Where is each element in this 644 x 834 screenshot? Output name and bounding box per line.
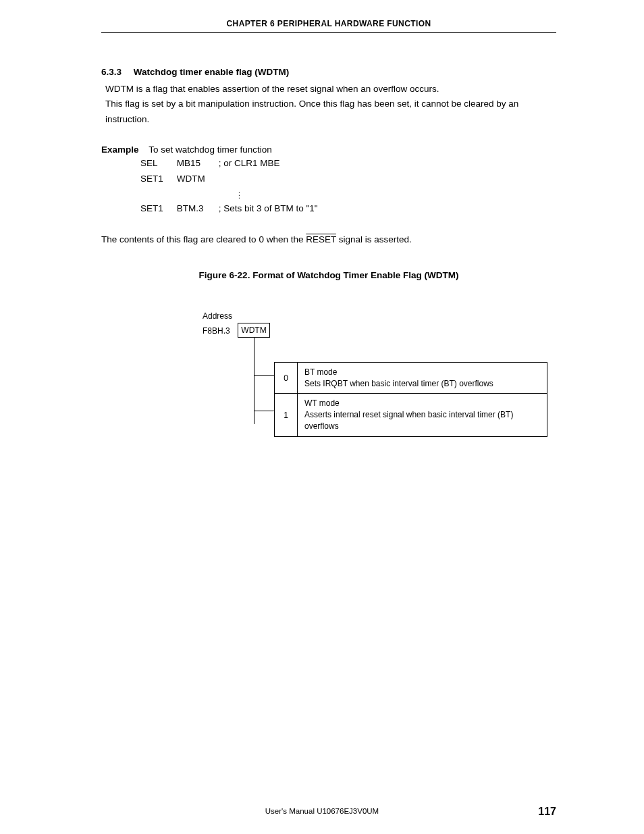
code-row: SEL MB15 ; or CLR1 MBE (140, 156, 330, 171)
header-rule (101, 32, 556, 33)
reset-signal: RESET (306, 234, 336, 244)
flag-desc-line2: Sets IRQBT when basic interval timer (BT… (304, 379, 493, 388)
chapter-header: CHAPTER 6 PERIPHERAL HARDWARE FUNCTION (101, 19, 556, 32)
code-cmt: ; or CLR1 MBE (219, 156, 330, 171)
example-block: Example To set watchdog timer function (101, 145, 556, 155)
code-row: SET1 BTM.3 ; Sets bit 3 of BTM to "1" (140, 201, 330, 216)
code-arg: WDTM (177, 172, 217, 186)
code-op: SEL (140, 156, 176, 171)
connector-h1 (254, 375, 274, 376)
reset-pre: The contents of this flag are cleared to… (101, 234, 306, 244)
figure-title: Figure 6-22. Format of Watchdog Timer En… (101, 270, 556, 280)
code-arg: MB15 (177, 156, 217, 171)
table-row: 0 BT mode Sets IRQBT when basic interval… (275, 362, 547, 394)
flag-table: 0 BT mode Sets IRQBT when basic interval… (274, 362, 547, 437)
code-listing: SEL MB15 ; or CLR1 MBE SET1 WDTM ... SET… (139, 155, 331, 217)
connector-h2 (254, 411, 274, 411)
example-label: Example (101, 145, 139, 155)
example-lead-in: To set watchdog timer function (149, 145, 271, 155)
code-arg: BTM.3 (177, 201, 217, 216)
code-op: SET1 (140, 201, 176, 216)
figure-diagram: Address F8BH.3 WDTM 0 BT mode Sets IRQBT… (203, 311, 556, 460)
address-value: F8BH.3 (203, 326, 230, 336)
flag-value: 0 (275, 362, 298, 394)
flag-box: WDTM (238, 323, 270, 338)
code-op: SET1 (140, 172, 176, 186)
page-number: 117 (538, 806, 556, 818)
flag-desc-line2: Asserts internal reset signal when basic… (304, 410, 513, 431)
reset-paragraph: The contents of this flag are cleared to… (101, 232, 556, 247)
section-title: Watchdog timer enable flag (WDTM) (134, 67, 290, 77)
code-vdots: ... (140, 188, 330, 200)
flag-desc-line1: BT mode (304, 367, 337, 377)
section-heading: 6.3.3 Watchdog timer enable flag (WDTM) (101, 66, 556, 78)
table-row: 1 WT mode Asserts internal reset signal … (275, 394, 547, 436)
reset-post: signal is asserted. (336, 234, 412, 244)
flag-desc: WT mode Asserts internal reset signal wh… (298, 394, 547, 436)
code-row: SET1 WDTM (140, 172, 330, 186)
paragraph-2: This flag is set by a bit manipulation i… (105, 97, 556, 127)
code-cmt: ; Sets bit 3 of BTM to "1" (219, 201, 330, 216)
address-label: Address (203, 311, 232, 321)
flag-desc: BT mode Sets IRQBT when basic interval t… (298, 362, 547, 394)
section-number: 6.3.3 (101, 67, 122, 77)
paragraph-1: WDTM is a flag that enables assertion of… (105, 82, 556, 97)
code-cmt (219, 172, 330, 186)
flag-desc-line1: WT mode (304, 398, 340, 408)
flag-value: 1 (275, 394, 298, 436)
